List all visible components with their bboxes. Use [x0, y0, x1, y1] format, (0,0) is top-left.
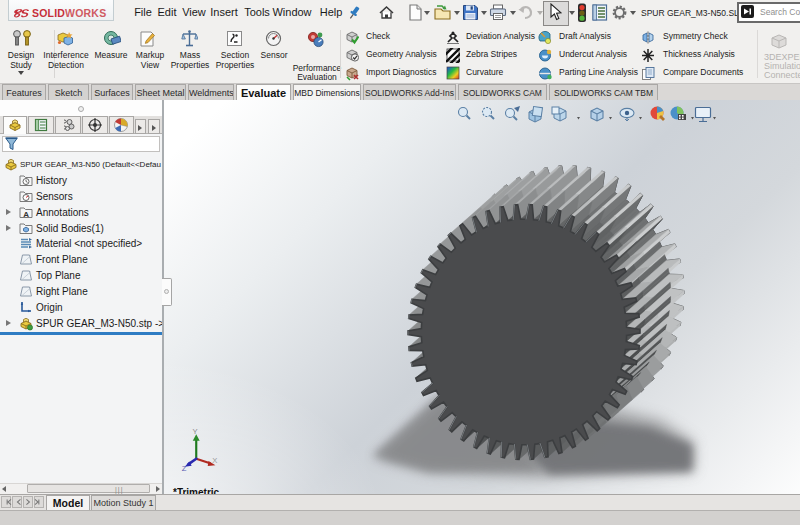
svg-text:A: A: [23, 209, 29, 218]
svg-text:Y: Y: [192, 427, 197, 436]
svg-text:SOLIDWORKS: SOLIDWORKS: [32, 7, 106, 19]
svg-text:Z: Z: [182, 464, 187, 471]
svg-text:X: X: [212, 456, 217, 465]
